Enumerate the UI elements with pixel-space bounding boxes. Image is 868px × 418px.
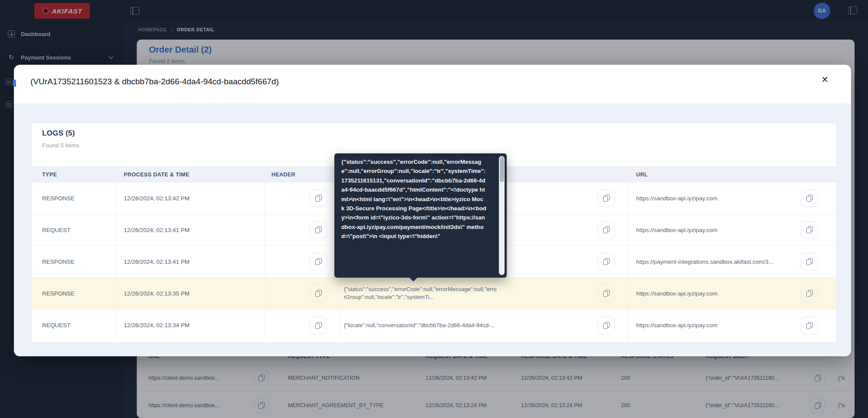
process-dt-cell: 12/26/2024, 02:13:41 PM <box>115 246 265 277</box>
url-cell: https://sandbox-api.iyzipay.com <box>636 290 717 297</box>
copy-icon <box>603 322 610 329</box>
tooltip-scrollbar-thumb[interactable] <box>500 157 504 182</box>
log-detail-modal: (VUrA1735211601523 & dbcbb7ba-2d66-4da4-… <box>14 65 851 356</box>
copy-header-button[interactable] <box>310 189 327 207</box>
copy-icon <box>315 322 322 329</box>
logs-title: LOGS (5) <box>42 129 75 138</box>
url-cell: https://payment-integrations.sandbox.aki… <box>636 259 773 265</box>
app-root: AKIFAST Dashboard ↻ Payment Sessions GA … <box>0 0 868 418</box>
process-dt-cell: 12/26/2024, 02:13:34 PM <box>115 309 265 341</box>
copy-url-button[interactable] <box>801 317 818 334</box>
copy-icon <box>315 195 322 202</box>
copy-icon <box>806 195 813 202</box>
modal-title: (VUrA1735211601523 & dbcbb7ba-2d66-4da4-… <box>30 77 279 86</box>
tooltip-scrollbar[interactable] <box>499 156 505 275</box>
tooltip-arrow <box>409 277 418 282</box>
copy-icon <box>603 290 610 297</box>
log-row-highlighted[interactable]: RESPONSE 12/26/2024, 02:13:35 PM {"statu… <box>32 278 836 309</box>
url-cell: https://sandbox-api.iyzipay.com <box>636 322 717 328</box>
copy-icon <box>806 226 813 233</box>
copy-icon <box>315 226 322 233</box>
copy-icon <box>806 290 813 297</box>
copy-icon <box>603 258 610 265</box>
process-dt-cell: 12/26/2024, 02:13:41 PM <box>115 214 265 245</box>
copy-icon <box>603 226 610 233</box>
column-header-url: URL <box>628 166 836 182</box>
copy-icon <box>806 322 813 329</box>
column-header-header: HEADER <box>265 166 339 182</box>
active-item-indicator <box>13 80 16 87</box>
copy-url-button[interactable] <box>801 189 818 207</box>
copy-body-button[interactable] <box>597 253 615 270</box>
copy-body-button[interactable] <box>597 221 615 239</box>
body-cell: {"locale":null,"conversationId":"dbcbb7b… <box>344 322 497 329</box>
copy-body-button[interactable] <box>597 189 615 207</box>
column-header-process: PROCESS DATE & TIME <box>115 166 265 182</box>
type-cell: REQUEST <box>32 309 115 341</box>
copy-icon <box>315 290 322 297</box>
type-cell: REQUEST <box>32 214 115 245</box>
copy-header-button[interactable] <box>310 317 327 334</box>
type-cell: RESPONSE <box>32 182 115 214</box>
copy-icon <box>603 195 610 202</box>
url-cell: https://sandbox-api.iyzipay.com <box>636 195 717 202</box>
log-row[interactable]: REQUEST 12/26/2024, 02:13:34 PM {"locale… <box>32 309 836 341</box>
copy-body-button[interactable] <box>597 317 615 334</box>
body-tooltip: {"status":"success","errorCode":null,"er… <box>334 153 507 278</box>
type-cell: RESPONSE <box>32 278 115 309</box>
copy-header-button[interactable] <box>310 253 327 270</box>
process-dt-cell: 12/26/2024, 02:13:35 PM <box>115 278 265 309</box>
process-dt-cell: 12/26/2024, 02:13:42 PM <box>115 182 265 214</box>
copy-icon <box>806 258 813 265</box>
type-cell: RESPONSE <box>32 246 115 277</box>
copy-icon <box>315 258 322 265</box>
copy-body-button[interactable] <box>597 285 615 302</box>
copy-url-button[interactable] <box>801 253 818 270</box>
url-cell: https://sandbox-api.iyzipay.com <box>636 227 717 233</box>
copy-url-button[interactable] <box>801 285 818 302</box>
body-cell: {"status":"success","errorCode":null,"er… <box>344 285 497 301</box>
column-header-type: TYPE <box>32 166 115 182</box>
copy-url-button[interactable] <box>801 221 818 239</box>
copy-header-button[interactable] <box>310 221 327 239</box>
tooltip-text: {"status":"success","errorCode":null,"er… <box>341 157 486 273</box>
close-icon[interactable]: ✕ <box>821 75 828 84</box>
copy-header-button[interactable] <box>310 285 327 302</box>
logs-subtitle: Found 5 items. <box>42 142 81 149</box>
